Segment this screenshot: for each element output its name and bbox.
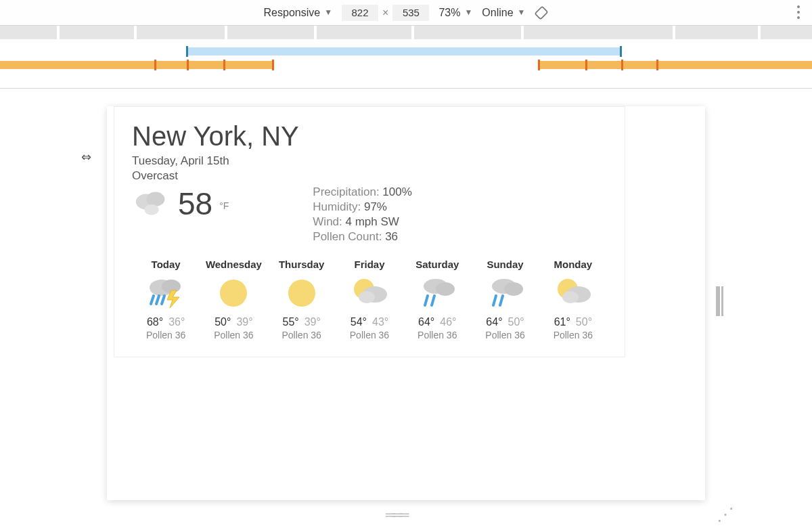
low-temp: 50° <box>576 316 592 328</box>
svg-line-6 <box>151 296 154 304</box>
chevron-down-icon: ▼ <box>324 7 332 17</box>
precip-value: 100% <box>382 185 411 198</box>
low-temp: 50° <box>508 316 524 328</box>
low-temp: 39° <box>236 316 252 328</box>
condition-text: Overcast <box>132 169 607 183</box>
rotate-button[interactable] <box>535 6 548 20</box>
low-temp: 36° <box>168 316 185 328</box>
svg-point-13 <box>359 291 375 303</box>
low-temp: 43° <box>372 316 388 328</box>
forecast-day[interactable]: Today68°36°Pollen 36 <box>132 259 200 340</box>
wind-label: Wind: <box>313 215 342 228</box>
forecast-day[interactable]: Monday61°50°Pollen 36 <box>539 259 607 340</box>
throttle-label: Online <box>482 7 513 19</box>
high-temp: 61° <box>554 316 570 328</box>
forecast-day[interactable]: Sunday64°50°Pollen 36 <box>471 259 539 340</box>
overcast-icon <box>132 187 171 221</box>
svg-point-15 <box>436 282 455 296</box>
media-query-segment[interactable] <box>0 61 274 69</box>
svg-point-2 <box>146 192 164 206</box>
wind-value: 4 mph SW <box>346 215 399 228</box>
pollen-text: Pollen 36 <box>403 330 471 340</box>
dimensions-group: × <box>342 5 429 21</box>
svg-rect-0 <box>535 6 548 19</box>
device-stage: ⇔ New York, NY Tuesday, April 15th Overc… <box>0 89 812 523</box>
low-temp: 46° <box>440 316 456 328</box>
forecast-day[interactable]: Saturday64°46°Pollen 36 <box>403 259 471 340</box>
resize-handle-corner[interactable]: ⋰ <box>717 504 730 525</box>
device-select[interactable]: Responsive ▼ <box>264 7 333 19</box>
breakpoint-mark[interactable] <box>538 60 540 70</box>
day-name: Saturday <box>403 259 471 270</box>
forecast-day[interactable]: Thursday55°39°Pollen 36 <box>268 259 336 340</box>
breakpoint-mark[interactable] <box>585 60 587 70</box>
day-name: Monday <box>539 259 607 270</box>
svg-line-16 <box>425 296 428 305</box>
partly-icon <box>336 274 403 311</box>
resize-handle-bottom[interactable]: ═══ <box>386 507 407 523</box>
zoom-label: 73% <box>438 7 460 19</box>
forecast-day[interactable]: Wednesday50°39°Pollen 36 <box>200 259 267 340</box>
current-weather: 58 °F Precipitation: 100% Humidity: 97% … <box>132 185 607 245</box>
breakpoint-mark[interactable] <box>621 60 623 70</box>
high-temp: 68° <box>147 316 163 328</box>
forecast-row: Today68°36°Pollen 36Wednesday50°39°Polle… <box>132 259 607 340</box>
svg-point-9 <box>220 280 247 307</box>
rain-icon <box>471 274 539 311</box>
breakpoint-mark[interactable] <box>656 60 658 70</box>
svg-point-19 <box>504 282 523 296</box>
svg-line-17 <box>432 296 434 305</box>
media-query-bar-min <box>0 61 812 69</box>
pollen-text: Pollen 36 <box>268 330 336 340</box>
breakpoint-mark[interactable] <box>272 60 274 70</box>
throttle-select[interactable]: Online ▼ <box>482 7 525 19</box>
breakpoint-mark[interactable] <box>223 60 225 70</box>
breakpoint-mark[interactable] <box>187 60 189 70</box>
more-options-button[interactable] <box>797 5 800 19</box>
pollen-text: Pollen 36 <box>471 330 539 340</box>
media-query-segment[interactable] <box>538 61 812 69</box>
humidity-label: Humidity: <box>313 200 361 213</box>
resize-handle-right[interactable] <box>716 286 720 316</box>
low-temp: 39° <box>304 316 321 328</box>
sun-icon <box>200 274 267 311</box>
high-temp: 54° <box>351 316 367 328</box>
partly-icon <box>539 274 607 311</box>
high-temp: 55° <box>283 316 299 328</box>
precip-label: Precipitation: <box>313 185 379 198</box>
high-temp: 50° <box>215 316 231 328</box>
width-ruler[interactable] <box>0 26 812 39</box>
svg-line-7 <box>156 296 159 304</box>
width-input[interactable] <box>342 5 378 21</box>
svg-point-10 <box>288 280 315 307</box>
pollen-text: Pollen 36 <box>539 330 607 340</box>
storm-icon <box>132 274 200 311</box>
height-input[interactable] <box>392 5 429 21</box>
rain-icon <box>403 274 471 311</box>
breakpoint-mark[interactable] <box>154 60 156 70</box>
high-temp: 64° <box>486 316 502 328</box>
pollen-text: Pollen 36 <box>132 330 200 340</box>
media-query-bar-max <box>0 47 812 56</box>
chevron-down-icon: ▼ <box>518 7 526 17</box>
device-label: Responsive <box>264 7 321 19</box>
pollen-text: Pollen 36 <box>336 330 403 340</box>
svg-line-21 <box>500 296 503 305</box>
rotate-icon <box>535 6 548 20</box>
day-name: Wednesday <box>200 259 267 270</box>
humidity-value: 97% <box>364 200 387 213</box>
device-toolbar: Responsive ▼ × 73% ▼ Online ▼ <box>0 0 812 26</box>
media-query-range[interactable] <box>187 47 621 56</box>
zoom-select[interactable]: 73% ▼ <box>438 7 472 19</box>
day-name: Friday <box>336 259 403 270</box>
breakpoint-ruler <box>0 26 812 89</box>
chevron-down-icon: ▼ <box>464 7 472 17</box>
weather-card: New York, NY Tuesday, April 15th Overcas… <box>114 106 625 357</box>
forecast-day[interactable]: Friday54°43°Pollen 36 <box>336 259 403 340</box>
weather-stats: Precipitation: 100% Humidity: 97% Wind: … <box>313 185 412 245</box>
emulated-viewport[interactable]: New York, NY Tuesday, April 15th Overcas… <box>107 106 705 500</box>
resize-handle-right[interactable] <box>721 286 723 316</box>
current-temp: 58 <box>178 185 212 222</box>
day-name: Thursday <box>268 259 336 270</box>
pollen-text: Pollen 36 <box>200 330 267 340</box>
